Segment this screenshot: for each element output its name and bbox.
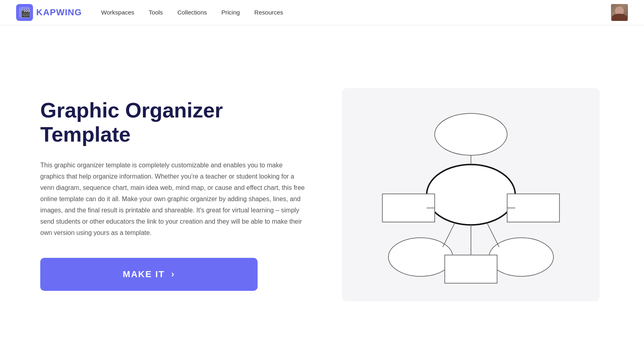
avatar-image — [611, 4, 628, 21]
nav-pricing[interactable]: Pricing — [221, 9, 240, 16]
organizer-diagram — [358, 102, 584, 287]
nav-workspaces[interactable]: Workspaces — [101, 9, 134, 16]
svg-line-10 — [443, 223, 455, 247]
user-avatar[interactable] — [611, 4, 628, 21]
svg-point-9 — [388, 238, 453, 276]
svg-text:🎬: 🎬 — [21, 8, 30, 18]
logo-icon: 🎬 — [16, 4, 33, 21]
description-text: This graphic organizer template is compl… — [40, 160, 306, 239]
nav-collections[interactable]: Collections — [178, 9, 207, 16]
nav-links: Workspaces Tools Collections Pricing Res… — [101, 9, 611, 16]
main-content: Graphic Organizer Template This graphic … — [0, 25, 644, 356]
nav-tools[interactable]: Tools — [149, 9, 163, 16]
navbar: 🎬 KAPWING Workspaces Tools Collections P… — [0, 0, 644, 25]
make-it-arrow-icon: › — [171, 269, 175, 280]
logo-text: KAPWING — [36, 7, 82, 18]
svg-point-11 — [489, 238, 553, 276]
svg-point-3 — [435, 113, 507, 155]
make-it-label: MAKE IT — [123, 269, 165, 280]
right-panel — [338, 88, 604, 301]
logo-link[interactable]: 🎬 KAPWING — [16, 4, 82, 21]
page-title: Graphic Organizer Template — [40, 99, 306, 147]
svg-point-2 — [427, 165, 515, 225]
diagram-preview — [342, 88, 600, 301]
make-it-button[interactable]: MAKE IT › — [40, 258, 258, 291]
svg-rect-13 — [445, 255, 497, 283]
svg-line-12 — [487, 223, 499, 247]
nav-resources[interactable]: Resources — [254, 9, 283, 16]
left-panel: Graphic Organizer Template This graphic … — [40, 99, 306, 291]
